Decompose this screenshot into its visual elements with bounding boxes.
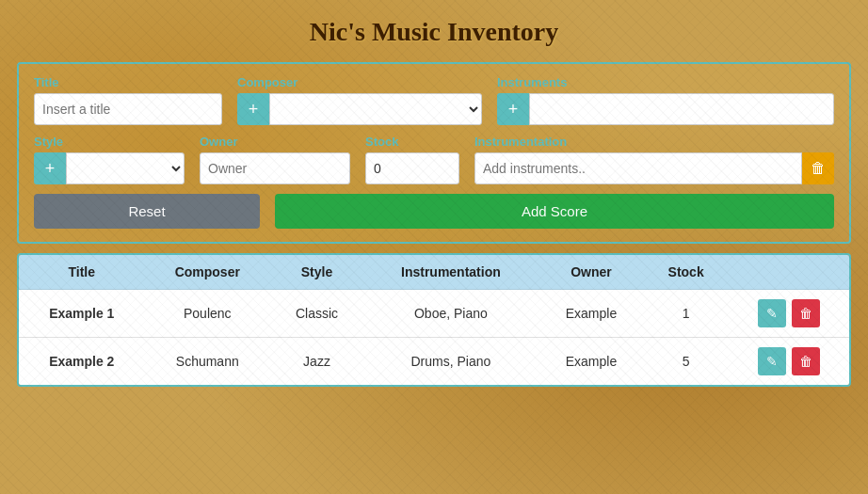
scores-table: Title Composer Style Instrumentation Own…	[19, 255, 849, 385]
style-select[interactable]	[66, 152, 185, 184]
table-panel: Title Composer Style Instrumentation Own…	[17, 253, 851, 387]
col-instrumentation: Instrumentation	[363, 255, 538, 290]
cell-actions: ✎ 🗑	[728, 338, 849, 386]
stock-group: Stock	[365, 135, 459, 184]
table-header-row: Title Composer Style Instrumentation Own…	[19, 255, 849, 290]
cell-style: Classic	[270, 290, 363, 338]
form-row-1: Title Composer + Instruments +	[34, 75, 834, 125]
edit-button[interactable]: ✎	[758, 299, 786, 327]
col-stock: Stock	[644, 255, 728, 290]
cell-owner: Example	[538, 290, 644, 338]
instruments-label: Instruments	[497, 75, 834, 89]
cell-instrumentation: Drums, Piano	[363, 338, 538, 386]
col-style: Style	[270, 255, 363, 290]
delete-button[interactable]: 🗑	[792, 299, 820, 327]
title-group: Title	[34, 75, 222, 125]
stock-input[interactable]	[365, 152, 459, 184]
cell-owner: Example	[538, 338, 644, 386]
cell-stock: 1	[644, 290, 728, 338]
col-owner: Owner	[538, 255, 644, 290]
col-composer: Composer	[145, 255, 270, 290]
add-instrument-button[interactable]: +	[497, 93, 529, 125]
composer-group: Composer +	[237, 75, 482, 125]
instrumentation-group: Instrumentation 🗑	[474, 135, 834, 184]
table-row: Example 1 Poulenc Classic Oboe, Piano Ex…	[19, 290, 849, 338]
cell-actions: ✎ 🗑	[728, 290, 849, 338]
form-panel: Title Composer + Instruments + Sty	[17, 62, 851, 244]
title-label: Title	[34, 75, 222, 89]
style-group: Style +	[34, 135, 185, 184]
stock-label: Stock	[365, 135, 459, 149]
reset-button[interactable]: Reset	[34, 194, 260, 229]
cell-title: Example 1	[19, 290, 145, 338]
title-input[interactable]	[34, 93, 222, 125]
cell-title: Example 2	[19, 338, 145, 386]
instrumentation-input[interactable]	[474, 152, 802, 184]
form-row-2: Style + Owner Stock Instrumentation 🗑	[34, 135, 834, 184]
delete-instrumentation-button[interactable]: 🗑	[802, 152, 834, 184]
cell-composer: Poulenc	[145, 290, 270, 338]
composer-label: Composer	[237, 75, 482, 89]
cell-instrumentation: Oboe, Piano	[363, 290, 538, 338]
instruments-group: Instruments +	[497, 75, 834, 125]
style-label: Style	[34, 135, 185, 149]
col-actions	[728, 255, 849, 290]
table-row: Example 2 Schumann Jazz Drums, Piano Exa…	[19, 338, 849, 386]
composer-select[interactable]	[269, 93, 482, 125]
edit-button[interactable]: ✎	[758, 347, 786, 375]
cell-stock: 5	[644, 338, 728, 386]
owner-group: Owner	[200, 135, 350, 184]
instruments-input[interactable]	[529, 93, 834, 125]
instrumentation-label: Instrumentation	[474, 135, 834, 149]
page-title: Nic's Music Inventory	[0, 0, 868, 58]
add-style-button[interactable]: +	[34, 152, 66, 184]
cell-composer: Schumann	[145, 338, 270, 386]
buttons-row: Reset Add Score	[34, 194, 834, 229]
col-title: Title	[19, 255, 145, 290]
cell-style: Jazz	[270, 338, 363, 386]
owner-input[interactable]	[200, 152, 350, 184]
delete-button[interactable]: 🗑	[792, 347, 820, 375]
add-score-button[interactable]: Add Score	[275, 194, 834, 229]
owner-label: Owner	[200, 135, 350, 149]
add-composer-button[interactable]: +	[237, 93, 269, 125]
